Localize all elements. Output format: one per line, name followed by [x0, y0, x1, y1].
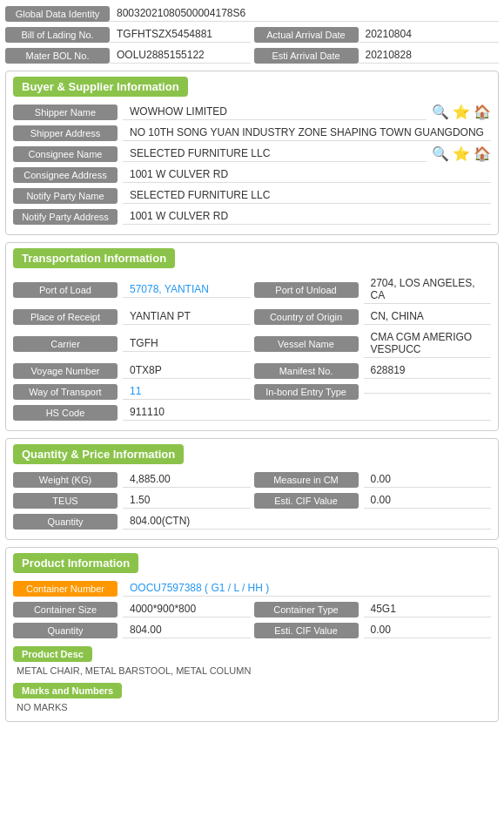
- notify-party-name-label: Notify Party Name: [13, 188, 118, 204]
- manifest-no-value: 628819: [364, 362, 492, 379]
- consignee-address-row: Consignee Address 1001 W CULVER RD: [13, 166, 491, 183]
- voyage-number-label: Voyage Number: [13, 363, 118, 379]
- shipper-name-value: WOWHOW LIMITED: [123, 104, 427, 120]
- carrier-row: Carrier TGFH: [13, 329, 251, 358]
- notify-party-address-row: Notify Party Address 1001 W CULVER RD: [13, 208, 491, 225]
- container-size-label: Container Size: [13, 602, 118, 617]
- bill-of-lading-row: Bill of Lading No. TGFHTSZX5454881: [5, 26, 251, 43]
- port-of-unload-row: Port of Unload 2704, LOS ANGELES, CA: [254, 275, 492, 304]
- port-of-unload-value: 2704, LOS ANGELES, CA: [364, 275, 492, 304]
- bill-of-lading-label: Bill of Lading No.: [5, 27, 110, 43]
- container-size-row: Container Size 4000*900*800: [13, 601, 251, 617]
- transport-row-5: Way of Transport 11 In-bond Entry Type: [13, 383, 491, 400]
- voyage-number-row: Voyage Number 0TX8P: [13, 362, 251, 379]
- in-bond-entry-type-label: In-bond Entry Type: [254, 384, 359, 400]
- notify-party-name-value: SELECTED FURNITURE LLC: [123, 187, 491, 204]
- transport-row-3: Carrier TGFH Vessel Name CMA CGM AMERIGO…: [13, 329, 491, 358]
- way-of-transport-value: 11: [123, 383, 251, 400]
- mater-bol-label: Mater BOL No.: [5, 48, 110, 64]
- shipper-address-value: NO 10TH SONG YUAN INDUSTRY ZONE SHAPING …: [123, 125, 491, 141]
- hs-code-label: HS Code: [13, 405, 118, 421]
- weight-value: 4,885.00: [123, 471, 251, 488]
- shipper-name-icons: 🔍 ⭐ 🏠: [432, 104, 491, 120]
- quantity-value: 804.00(CTN): [123, 513, 491, 530]
- esti-arrival-date-value: 20210828: [359, 47, 500, 64]
- mater-bol-value: OOLU2885155122: [110, 47, 251, 64]
- consignee-search-icon[interactable]: 🔍: [432, 145, 449, 162]
- identity-section: Global Data Identity 8003202108050000417…: [5, 5, 499, 64]
- esti-arrival-date-row: Esti Arrival Date 20210828: [254, 47, 500, 64]
- consignee-name-icons: 🔍 ⭐ 🏠: [432, 145, 491, 162]
- product-quantity-row: Quantity 804.00: [13, 622, 251, 638]
- consignee-home-icon[interactable]: 🏠: [474, 145, 491, 162]
- container-number-value: OOCU7597388 ( G1 / L / HH ): [123, 580, 491, 597]
- measure-cm-label: Measure in CM: [254, 472, 359, 488]
- shipper-home-icon[interactable]: 🏠: [474, 104, 491, 120]
- way-of-transport-label: Way of Transport: [13, 384, 118, 400]
- product-section: Product Information Container Number OOC…: [5, 547, 499, 722]
- vessel-name-row: Vessel Name CMA CGM AMERIGO VESPUCC: [254, 329, 492, 358]
- global-data-identity-row: Global Data Identity 8003202108050000417…: [5, 5, 499, 22]
- product-quantity-label: Quantity: [13, 623, 118, 638]
- in-bond-entry-type-row: In-bond Entry Type: [254, 383, 492, 400]
- transportation-section: Transportation Information Port of Load …: [5, 242, 499, 431]
- quantity-price-section: Quantity & Price Information Weight (KG)…: [5, 438, 499, 540]
- product-desc-btn[interactable]: Product Desc: [13, 646, 92, 662]
- teus-row: TEUS 1.50: [13, 492, 251, 509]
- consignee-name-row: Consignee Name SELECTED FURNITURE LLC 🔍 …: [13, 145, 491, 162]
- vessel-name-label: Vessel Name: [254, 336, 359, 352]
- manifest-no-label: Manifest No.: [254, 363, 359, 379]
- shipper-address-row: Shipper Address NO 10TH SONG YUAN INDUST…: [13, 125, 491, 141]
- product-esti-cif-value: 0.00: [364, 622, 492, 638]
- consignee-name-value: SELECTED FURNITURE LLC: [123, 145, 427, 162]
- place-of-receipt-value: YANTIAN PT: [123, 308, 251, 325]
- shipper-name-label: Shipper Name: [13, 105, 118, 120]
- manifest-no-row: Manifest No. 628819: [254, 362, 492, 379]
- actual-arrival-date-value: 20210804: [359, 26, 500, 43]
- esti-cif-value-value: 0.00: [364, 492, 492, 509]
- bill-of-lading-value: TGFHTSZX5454881: [110, 26, 251, 43]
- global-data-identity-label: Global Data Identity: [5, 6, 110, 22]
- product-row-1: Container Size 4000*900*800 Container Ty…: [13, 601, 491, 617]
- port-of-unload-label: Port of Unload: [254, 282, 359, 298]
- buyer-supplier-header: Buyer & Supplier Information: [13, 77, 188, 97]
- qp-row-1: Weight (KG) 4,885.00 Measure in CM 0.00: [13, 471, 491, 488]
- notify-party-address-label: Notify Party Address: [13, 209, 118, 225]
- port-of-load-label: Port of Load: [13, 282, 118, 298]
- place-of-receipt-row: Place of Receipt YANTIAN PT: [13, 308, 251, 325]
- country-of-origin-value: CN, CHINA: [364, 308, 492, 325]
- carrier-value: TGFH: [123, 335, 251, 352]
- consignee-address-value: 1001 W CULVER RD: [123, 166, 491, 183]
- esti-arrival-date-label: Esti Arrival Date: [254, 48, 359, 64]
- product-esti-cif-row: Esti. CIF Value 0.00: [254, 622, 492, 638]
- hs-code-row: HS Code 911110: [13, 404, 491, 421]
- voyage-number-value: 0TX8P: [123, 362, 251, 379]
- esti-cif-value-label: Esti. CIF Value: [254, 493, 359, 509]
- shipper-address-label: Shipper Address: [13, 125, 118, 141]
- teus-value: 1.50: [123, 492, 251, 509]
- notify-party-name-row: Notify Party Name SELECTED FURNITURE LLC: [13, 187, 491, 204]
- marks-text: NO MARKS: [13, 698, 491, 716]
- container-number-row: Container Number OOCU7597388 ( G1 / L / …: [13, 580, 491, 597]
- product-esti-cif-label: Esti. CIF Value: [254, 623, 359, 638]
- consignee-address-label: Consignee Address: [13, 167, 118, 183]
- measure-cm-row: Measure in CM 0.00: [254, 471, 492, 488]
- shipper-star-icon[interactable]: ⭐: [453, 104, 470, 120]
- country-of-origin-label: Country of Origin: [254, 309, 359, 325]
- teus-label: TEUS: [13, 493, 118, 509]
- buyer-supplier-section: Buyer & Supplier Information Shipper Nam…: [5, 71, 499, 235]
- hs-code-value: 911110: [123, 404, 491, 421]
- container-size-value: 4000*900*800: [123, 601, 251, 617]
- weight-label: Weight (KG): [13, 472, 118, 488]
- port-of-load-value: 57078, YANTIAN: [123, 281, 251, 298]
- shipper-search-icon[interactable]: 🔍: [432, 104, 449, 120]
- product-desc-text: METAL CHAIR, METAL BARSTOOL, METAL COLUM…: [13, 662, 491, 679]
- mater-bol-row: Mater BOL No. OOLU2885155122: [5, 47, 251, 64]
- container-number-label: Container Number: [13, 581, 118, 597]
- marks-and-numbers-btn[interactable]: Marks and Numbers: [13, 683, 122, 698]
- qp-row-2: TEUS 1.50 Esti. CIF Value 0.00: [13, 492, 491, 509]
- country-of-origin-row: Country of Origin CN, CHINA: [254, 308, 492, 325]
- port-of-load-row: Port of Load 57078, YANTIAN: [13, 275, 251, 304]
- place-of-receipt-label: Place of Receipt: [13, 309, 118, 325]
- consignee-star-icon[interactable]: ⭐: [453, 145, 470, 162]
